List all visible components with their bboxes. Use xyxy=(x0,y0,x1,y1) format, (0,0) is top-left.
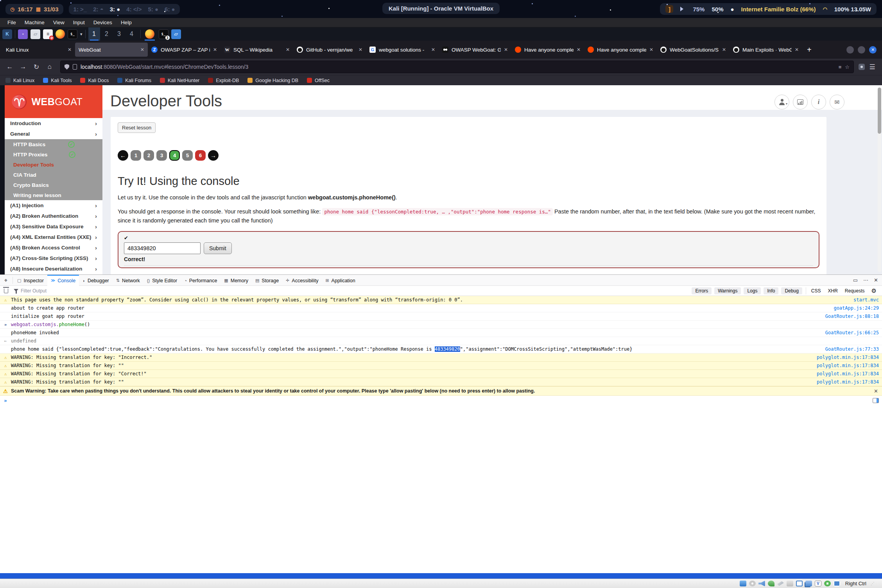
resize-grip[interactable]: ⋰ xyxy=(871,581,875,586)
user-menu-button[interactable]: ▾ xyxy=(774,95,789,109)
menu-item[interactable]: File xyxy=(4,19,20,26)
clock-date-widget[interactable]: ◷ 16:17 ▦ 31/03 xyxy=(5,4,63,14)
guest-workspace[interactable]: 4 xyxy=(126,27,138,41)
vm-window-title[interactable]: Kali [Running] - Oracle VM VirtualBox xyxy=(382,3,500,14)
tab-close-icon[interactable]: ✕ xyxy=(213,47,217,52)
tab-close-icon[interactable]: ✕ xyxy=(359,47,362,52)
hamburger-menu-icon[interactable]: ☰ xyxy=(866,61,878,73)
browser-tab[interactable]: Have anyone comple ✕ xyxy=(584,43,657,57)
browser-tab[interactable]: Kali Linux ✕ xyxy=(2,43,75,57)
bookmark-item[interactable]: Kali Linux xyxy=(5,78,34,83)
devtools-tab[interactable]: ✛ Accessibility xyxy=(282,275,322,286)
session-icon[interactable]: ] xyxy=(665,5,673,13)
sidebar-item[interactable]: (A2) Broken Authentication › xyxy=(5,211,102,221)
browser-tab[interactable]: Main Exploits · WebG ✕ xyxy=(730,43,802,57)
sidebar-item[interactable]: HTTP Basics ✔ xyxy=(5,139,102,149)
host-workspace[interactable]: 1: >_ xyxy=(74,6,87,13)
tab-close-icon[interactable]: ✕ xyxy=(722,47,726,52)
devtools-tab[interactable]: ⇅ Network xyxy=(113,275,143,286)
tracking-protection-shield-icon[interactable] xyxy=(65,64,69,70)
windows-icon[interactable] xyxy=(805,581,812,586)
sidebar-item[interactable]: General › xyxy=(5,129,102,139)
network-adapter-icon[interactable] xyxy=(768,581,774,586)
bookmark-item[interactable]: Google Hacking DB xyxy=(247,78,298,83)
sidebar-item[interactable]: (A1) Injection › xyxy=(5,200,102,211)
new-tab-button[interactable]: + xyxy=(802,45,816,54)
bookmark-item[interactable]: OffSec xyxy=(307,78,330,83)
kali-menu-icon[interactable]: K xyxy=(2,29,12,39)
page-button[interactable]: 4 xyxy=(169,150,180,161)
log-level-pill[interactable]: Logs xyxy=(744,287,761,294)
contact-button[interactable]: ✉ xyxy=(830,95,844,109)
source-link[interactable]: polyglot.min.js:17:834 xyxy=(811,371,879,376)
usb-icon[interactable] xyxy=(777,581,784,586)
source-link[interactable]: start.mvc xyxy=(848,297,879,303)
submit-button[interactable]: Submit xyxy=(204,242,232,254)
shared-folders-icon[interactable] xyxy=(787,581,793,586)
devtools-tab[interactable]: ▢ Inspector xyxy=(14,275,47,286)
devtools-tab[interactable]: {} Style Editor xyxy=(143,275,181,286)
bookmark-item[interactable]: Kali Forums xyxy=(117,78,151,83)
devtools-tab[interactable]: ◔ Performance xyxy=(181,275,220,286)
tab-close-icon[interactable]: ✕ xyxy=(431,47,435,52)
host-key-state-icon[interactable] xyxy=(834,581,840,586)
maximize-button[interactable] xyxy=(858,46,865,54)
devtools-close-icon[interactable]: ✕ xyxy=(874,277,878,283)
element-picker-icon[interactable]: ⌖ xyxy=(0,277,12,284)
menu-item[interactable]: Input xyxy=(70,19,88,26)
tab-close-icon[interactable]: ✕ xyxy=(577,47,581,52)
host-workspace[interactable]: 3: ● xyxy=(110,6,120,13)
page-button[interactable]: 2 xyxy=(143,150,154,161)
devtools-tab[interactable]: ▦ Memory xyxy=(220,275,252,286)
bookmark-item[interactable]: Kali Docs xyxy=(80,78,109,83)
page-button[interactable]: 1 xyxy=(131,150,141,161)
devtools-tab[interactable]: ◗ Debugger xyxy=(79,275,113,286)
app-launcher-icon[interactable]: ▪ xyxy=(18,29,28,39)
log-level-pill[interactable]: Warnings xyxy=(714,287,741,294)
console-empty-area[interactable] xyxy=(0,405,882,573)
brightness-level[interactable]: 50% xyxy=(712,6,723,13)
log-level-pill[interactable]: Errors xyxy=(692,287,712,294)
sidebar-item[interactable]: Introduction › xyxy=(5,118,102,129)
responsive-mode-icon[interactable]: ▭ xyxy=(853,277,858,283)
url-bar[interactable]: localhost:8080/WebGoat/start.mvc#lesson/… xyxy=(60,61,854,73)
about-button[interactable]: i xyxy=(811,95,826,109)
menu-item[interactable]: Help xyxy=(117,19,135,26)
tab-close-icon[interactable]: ✕ xyxy=(504,47,508,52)
browser-tab[interactable]: Z OWASP ZAP – ZAP i ✕ xyxy=(148,43,220,57)
tab-close-icon[interactable]: ✕ xyxy=(68,47,72,52)
reset-lesson-button[interactable]: Reset lesson xyxy=(118,122,156,133)
source-link[interactable]: polyglot.min.js:17:834 xyxy=(811,355,879,360)
page-info-icon[interactable] xyxy=(73,64,77,70)
optical-drive-icon[interactable] xyxy=(749,581,756,586)
host-workspace[interactable]: 5: ● xyxy=(148,6,159,13)
reload-button[interactable]: ↻ xyxy=(30,61,42,73)
page-button[interactable]: 3 xyxy=(156,150,167,161)
back-button[interactable]: ← xyxy=(4,61,16,73)
url-text[interactable]: localhost:8080/WebGoat/start.mvc#lesson/… xyxy=(81,64,835,70)
log-category-toggle[interactable]: XHR xyxy=(826,287,839,294)
browser-tab[interactable]: G webgoat solutions - ✕ xyxy=(366,43,439,57)
battery-power[interactable]: 100% 13.05W xyxy=(834,6,871,13)
sidebar-item[interactable]: Crypto Basics xyxy=(5,180,102,190)
tab-close-icon[interactable]: ✕ xyxy=(286,47,290,52)
source-link[interactable]: polyglot.min.js:17:834 xyxy=(811,363,879,368)
close-window-button[interactable]: ✕ xyxy=(869,46,877,54)
bookmark-item[interactable]: Exploit-DB xyxy=(208,78,239,83)
file-manager-icon[interactable]: ▱ xyxy=(30,29,40,39)
devtools-menu-icon[interactable]: ⋯ xyxy=(863,277,868,283)
chevron-down-icon[interactable]: ▾ xyxy=(80,32,82,37)
page-button[interactable]: → xyxy=(208,150,219,161)
browser-tab[interactable]: OWASP WebGoat: G ✕ xyxy=(439,43,511,57)
mouse-integration-icon[interactable] xyxy=(824,581,831,586)
log-level-pill[interactable]: Info xyxy=(764,287,778,294)
volume-level[interactable]: 75% xyxy=(693,6,705,13)
devtools-tab[interactable]: ▤ Storage xyxy=(252,275,282,286)
hard-disk-icon[interactable] xyxy=(740,581,746,586)
dismiss-warning-icon[interactable]: ✕ xyxy=(874,388,878,394)
host-workspace[interactable]: 4: </> xyxy=(126,6,142,13)
report-card-button[interactable] xyxy=(793,95,808,109)
page-button[interactable]: 6 xyxy=(195,150,206,161)
answer-input[interactable] xyxy=(124,242,201,254)
display-icon[interactable] xyxy=(796,581,803,586)
